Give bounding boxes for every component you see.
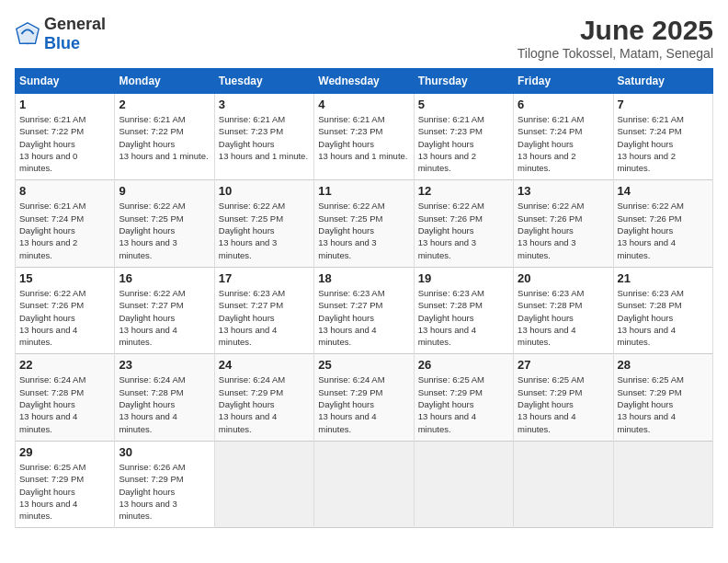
svg-marker-0 xyxy=(18,25,38,45)
day-number: 4 xyxy=(318,98,409,111)
table-row: 11 Sunrise: 6:22 AM Sunset: 7:25 PM Dayl… xyxy=(314,180,414,267)
table-row xyxy=(613,441,712,527)
table-row: 6 Sunrise: 6:21 AM Sunset: 7:24 PM Dayli… xyxy=(514,94,613,180)
day-number: 26 xyxy=(418,358,509,372)
table-row: 17 Sunrise: 6:23 AM Sunset: 7:27 PM Dayl… xyxy=(214,267,313,353)
table-row: 10 Sunrise: 6:22 AM Sunset: 7:25 PM Dayl… xyxy=(214,180,313,267)
day-number: 1 xyxy=(19,98,110,111)
subtitle: Tilogne Tokossel, Matam, Senegal xyxy=(518,46,713,61)
table-row: 15 Sunrise: 6:22 AM Sunset: 7:26 PM Dayl… xyxy=(16,267,115,353)
day-info: Sunrise: 6:22 AM Sunset: 7:26 PM Dayligh… xyxy=(618,200,709,260)
table-row: 8 Sunrise: 6:21 AM Sunset: 7:24 PM Dayli… xyxy=(16,180,115,267)
day-info: Sunrise: 6:22 AM Sunset: 7:25 PM Dayligh… xyxy=(219,200,310,260)
day-number: 25 xyxy=(318,358,409,372)
day-info: Sunrise: 6:21 AM Sunset: 7:24 PM Dayligh… xyxy=(618,113,709,174)
table-row: 2 Sunrise: 6:21 AM Sunset: 7:22 PM Dayli… xyxy=(115,94,214,180)
main-title: June 2025 xyxy=(518,15,713,46)
table-row: 19 Sunrise: 6:23 AM Sunset: 7:28 PM Dayl… xyxy=(414,267,513,353)
col-sunday: Sunday xyxy=(16,69,115,94)
table-row: 24 Sunrise: 6:24 AM Sunset: 7:29 PM Dayl… xyxy=(214,354,313,441)
table-row: 13 Sunrise: 6:22 AM Sunset: 7:26 PM Dayl… xyxy=(514,180,613,267)
table-row: 16 Sunrise: 6:22 AM Sunset: 7:27 PM Dayl… xyxy=(115,267,214,353)
day-info: Sunrise: 6:25 AM Sunset: 7:29 PM Dayligh… xyxy=(518,373,609,434)
day-number: 8 xyxy=(19,184,110,198)
day-info: Sunrise: 6:24 AM Sunset: 7:29 PM Dayligh… xyxy=(219,373,310,434)
page-header: General Blue June 2025 Tilogne Tokossel,… xyxy=(15,15,713,61)
day-number: 16 xyxy=(119,271,210,285)
logo-text: General Blue xyxy=(44,15,106,53)
table-row: 7 Sunrise: 6:21 AM Sunset: 7:24 PM Dayli… xyxy=(613,94,712,180)
col-tuesday: Tuesday xyxy=(214,69,313,94)
calendar-week-row: 1 Sunrise: 6:21 AM Sunset: 7:22 PM Dayli… xyxy=(16,94,713,180)
table-row: 22 Sunrise: 6:24 AM Sunset: 7:28 PM Dayl… xyxy=(16,354,115,441)
table-row xyxy=(314,441,414,527)
day-info: Sunrise: 6:22 AM Sunset: 7:27 PM Dayligh… xyxy=(119,287,210,348)
day-number: 17 xyxy=(219,271,310,285)
table-row: 20 Sunrise: 6:23 AM Sunset: 7:28 PM Dayl… xyxy=(514,267,613,353)
day-info: Sunrise: 6:22 AM Sunset: 7:26 PM Dayligh… xyxy=(418,200,509,260)
day-info: Sunrise: 6:21 AM Sunset: 7:24 PM Dayligh… xyxy=(19,200,110,260)
day-number: 11 xyxy=(318,184,409,198)
table-row: 26 Sunrise: 6:25 AM Sunset: 7:29 PM Dayl… xyxy=(414,354,513,441)
logo-general: General xyxy=(44,15,106,33)
day-info: Sunrise: 6:22 AM Sunset: 7:25 PM Dayligh… xyxy=(318,200,409,260)
calendar-table: Sunday Monday Tuesday Wednesday Thursday… xyxy=(15,68,713,528)
day-info: Sunrise: 6:21 AM Sunset: 7:23 PM Dayligh… xyxy=(219,113,310,162)
col-friday: Friday xyxy=(514,69,613,94)
day-number: 6 xyxy=(518,98,609,111)
day-info: Sunrise: 6:23 AM Sunset: 7:28 PM Dayligh… xyxy=(418,287,509,348)
day-info: Sunrise: 6:25 AM Sunset: 7:29 PM Dayligh… xyxy=(618,373,709,434)
day-info: Sunrise: 6:23 AM Sunset: 7:27 PM Dayligh… xyxy=(318,287,409,348)
col-wednesday: Wednesday xyxy=(314,69,414,94)
day-info: Sunrise: 6:24 AM Sunset: 7:28 PM Dayligh… xyxy=(19,373,110,434)
table-row: 25 Sunrise: 6:24 AM Sunset: 7:29 PM Dayl… xyxy=(314,354,414,441)
day-number: 3 xyxy=(219,98,310,111)
table-row: 30 Sunrise: 6:26 AM Sunset: 7:29 PM Dayl… xyxy=(115,441,214,527)
table-row: 27 Sunrise: 6:25 AM Sunset: 7:29 PM Dayl… xyxy=(514,354,613,441)
day-number: 14 xyxy=(618,184,709,198)
day-number: 30 xyxy=(119,445,210,459)
day-number: 19 xyxy=(418,271,509,285)
day-info: Sunrise: 6:23 AM Sunset: 7:28 PM Dayligh… xyxy=(618,287,709,348)
day-number: 20 xyxy=(518,271,609,285)
table-row: 28 Sunrise: 6:25 AM Sunset: 7:29 PM Dayl… xyxy=(613,354,712,441)
table-row: 29 Sunrise: 6:25 AM Sunset: 7:29 PM Dayl… xyxy=(16,441,115,527)
table-row: 3 Sunrise: 6:21 AM Sunset: 7:23 PM Dayli… xyxy=(214,94,313,180)
logo: General Blue xyxy=(15,15,106,53)
day-info: Sunrise: 6:21 AM Sunset: 7:23 PM Dayligh… xyxy=(318,113,409,162)
calendar-week-row: 8 Sunrise: 6:21 AM Sunset: 7:24 PM Dayli… xyxy=(16,180,713,267)
day-info: Sunrise: 6:25 AM Sunset: 7:29 PM Dayligh… xyxy=(418,373,509,434)
table-row: 18 Sunrise: 6:23 AM Sunset: 7:27 PM Dayl… xyxy=(314,267,414,353)
day-info: Sunrise: 6:22 AM Sunset: 7:26 PM Dayligh… xyxy=(19,287,110,348)
table-row xyxy=(414,441,513,527)
table-row: 14 Sunrise: 6:22 AM Sunset: 7:26 PM Dayl… xyxy=(613,180,712,267)
table-row: 5 Sunrise: 6:21 AM Sunset: 7:23 PM Dayli… xyxy=(414,94,513,180)
logo-icon xyxy=(15,21,40,47)
day-info: Sunrise: 6:23 AM Sunset: 7:28 PM Dayligh… xyxy=(518,287,609,348)
title-area: June 2025 Tilogne Tokossel, Matam, Seneg… xyxy=(518,15,713,61)
day-info: Sunrise: 6:22 AM Sunset: 7:26 PM Dayligh… xyxy=(518,200,609,260)
table-row: 9 Sunrise: 6:22 AM Sunset: 7:25 PM Dayli… xyxy=(115,180,214,267)
day-info: Sunrise: 6:21 AM Sunset: 7:24 PM Dayligh… xyxy=(518,113,609,174)
day-info: Sunrise: 6:21 AM Sunset: 7:22 PM Dayligh… xyxy=(19,113,110,174)
day-number: 27 xyxy=(518,358,609,372)
day-info: Sunrise: 6:23 AM Sunset: 7:27 PM Dayligh… xyxy=(219,287,310,348)
day-number: 29 xyxy=(19,445,110,459)
day-number: 13 xyxy=(518,184,609,198)
calendar-week-row: 15 Sunrise: 6:22 AM Sunset: 7:26 PM Dayl… xyxy=(16,267,713,353)
logo-blue: Blue xyxy=(44,34,80,52)
day-info: Sunrise: 6:21 AM Sunset: 7:23 PM Dayligh… xyxy=(418,113,509,174)
day-number: 23 xyxy=(119,358,210,372)
day-info: Sunrise: 6:24 AM Sunset: 7:29 PM Dayligh… xyxy=(318,373,409,434)
day-number: 2 xyxy=(119,98,210,111)
day-number: 28 xyxy=(618,358,709,372)
col-thursday: Thursday xyxy=(414,69,513,94)
table-row: 1 Sunrise: 6:21 AM Sunset: 7:22 PM Dayli… xyxy=(16,94,115,180)
calendar-week-row: 22 Sunrise: 6:24 AM Sunset: 7:28 PM Dayl… xyxy=(16,354,713,441)
day-number: 18 xyxy=(318,271,409,285)
col-saturday: Saturday xyxy=(613,69,712,94)
table-row: 12 Sunrise: 6:22 AM Sunset: 7:26 PM Dayl… xyxy=(414,180,513,267)
day-number: 12 xyxy=(418,184,509,198)
day-info: Sunrise: 6:26 AM Sunset: 7:29 PM Dayligh… xyxy=(119,461,210,522)
day-number: 24 xyxy=(219,358,310,372)
